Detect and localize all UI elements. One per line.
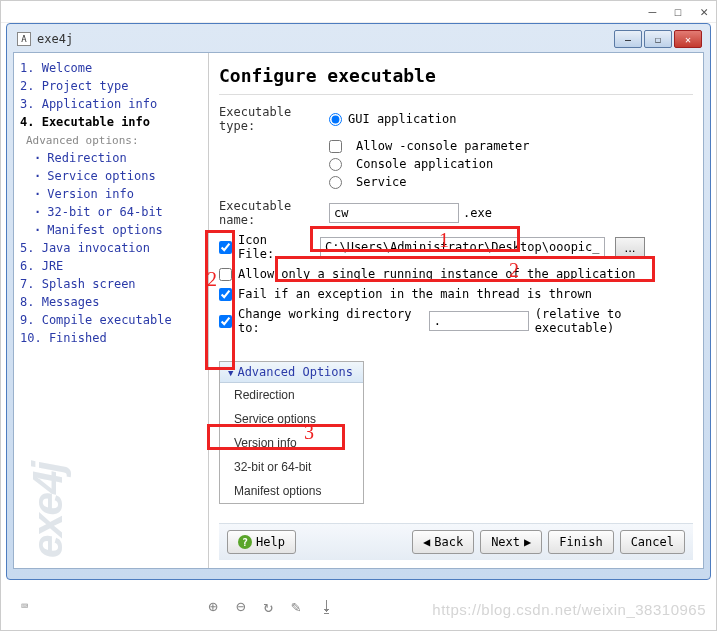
close-button[interactable]: ✕: [674, 30, 702, 48]
outer-window-controls: — ☐ ✕: [1, 1, 716, 23]
checkbox-icon-file[interactable]: [219, 241, 232, 254]
cancel-button[interactable]: Cancel: [620, 530, 685, 554]
annotation-number: 2: [207, 268, 217, 291]
checkbox-console-param-label: Allow -console parameter: [356, 139, 529, 153]
outer-maximize-icon[interactable]: ☐: [674, 4, 682, 19]
watermark: https://blog.csdn.net/weixin_38310965: [432, 601, 706, 618]
wizard-step[interactable]: 3. Application info: [16, 95, 206, 113]
wizard-sidebar: 1. Welcome2. Project type3. Application …: [14, 53, 209, 568]
radio-gui[interactable]: [329, 113, 342, 126]
change-dir-input[interactable]: [429, 311, 529, 331]
main-panel: Configure executable Executable type: GU…: [209, 53, 703, 568]
advanced-option-item[interactable]: Service options: [220, 407, 363, 431]
advanced-option-item[interactable]: Version info: [220, 431, 363, 455]
help-button[interactable]: ? Help: [227, 530, 296, 554]
reset-icon[interactable]: ↻: [264, 597, 274, 616]
wizard-step[interactable]: 5. Java invocation: [16, 239, 206, 257]
advanced-option-item[interactable]: Manifest options: [220, 479, 363, 503]
outer-minimize-icon[interactable]: —: [649, 4, 657, 19]
edit-icon[interactable]: ✎: [291, 597, 301, 616]
wizard-step[interactable]: 6. JRE: [16, 257, 206, 275]
next-button[interactable]: Next ▶: [480, 530, 542, 554]
advanced-option-item[interactable]: 32-bit or 64-bit: [220, 455, 363, 479]
checkbox-single-instance[interactable]: [219, 268, 232, 281]
executable-name-input[interactable]: [329, 203, 459, 223]
radio-gui-label: GUI application: [348, 112, 456, 126]
wizard-substep[interactable]: Redirection: [16, 149, 206, 167]
wizard-step[interactable]: 2. Project type: [16, 77, 206, 95]
wizard-substep[interactable]: Version info: [16, 185, 206, 203]
page-title: Configure executable: [219, 61, 693, 95]
advanced-options-label: Advanced options:: [16, 131, 206, 149]
icon-file-input[interactable]: [320, 237, 605, 257]
zoom-out-icon[interactable]: ⊖: [236, 597, 246, 616]
app-icon: A: [17, 32, 31, 46]
radio-service-label: Service: [356, 175, 407, 189]
advanced-options-dropdown: Advanced Options RedirectionService opti…: [219, 361, 364, 504]
download-icon[interactable]: ⭳: [319, 597, 335, 616]
radio-console[interactable]: [329, 158, 342, 171]
radio-service[interactable]: [329, 176, 342, 189]
single-instance-label: Allow only a single running instance of …: [238, 267, 635, 281]
finish-button[interactable]: Finish: [548, 530, 613, 554]
browse-icon-button[interactable]: ...: [615, 237, 645, 257]
help-icon: ?: [238, 535, 252, 549]
wizard-step[interactable]: 1. Welcome: [16, 59, 206, 77]
icon-file-label: Icon File:: [238, 233, 298, 261]
advanced-option-item[interactable]: Redirection: [220, 383, 363, 407]
device-icon[interactable]: ⌨: [21, 599, 28, 613]
app-window: A exe4j — ☐ ✕ 1. Welcome2. Project type3…: [6, 23, 711, 580]
window-title: exe4j: [37, 32, 73, 46]
wizard-step[interactable]: 8. Messages: [16, 293, 206, 311]
wizard-step[interactable]: 7. Splash screen: [16, 275, 206, 293]
change-dir-suffix: (relative to executable): [535, 307, 693, 335]
maximize-button[interactable]: ☐: [644, 30, 672, 48]
advanced-options-header[interactable]: Advanced Options: [220, 362, 363, 383]
change-dir-label: Change working directory to:: [238, 307, 423, 335]
wizard-substep[interactable]: Manifest options: [16, 221, 206, 239]
wizard-substep[interactable]: 32-bit or 64-bit: [16, 203, 206, 221]
checkbox-console-param[interactable]: [329, 140, 342, 153]
checkbox-change-dir[interactable]: [219, 315, 232, 328]
executable-name-label: Executable name:: [219, 199, 329, 227]
executable-type-label: Executable type:: [219, 105, 329, 133]
brand-logo: exe4j: [24, 463, 72, 558]
minimize-button[interactable]: —: [614, 30, 642, 48]
wizard-step[interactable]: 9. Compile executable: [16, 311, 206, 329]
back-button[interactable]: ◀ Back: [412, 530, 474, 554]
wizard-step[interactable]: 10. Finished: [16, 329, 206, 347]
checkbox-fail-exception[interactable]: [219, 288, 232, 301]
fail-exception-label: Fail if an exception in the main thread …: [238, 287, 592, 301]
executable-ext: .exe: [463, 206, 492, 220]
outer-close-icon[interactable]: ✕: [700, 4, 708, 19]
zoom-in-icon[interactable]: ⊕: [208, 597, 218, 616]
wizard-substep[interactable]: Service options: [16, 167, 206, 185]
radio-console-label: Console application: [356, 157, 493, 171]
wizard-step[interactable]: 4. Executable info: [16, 113, 206, 131]
